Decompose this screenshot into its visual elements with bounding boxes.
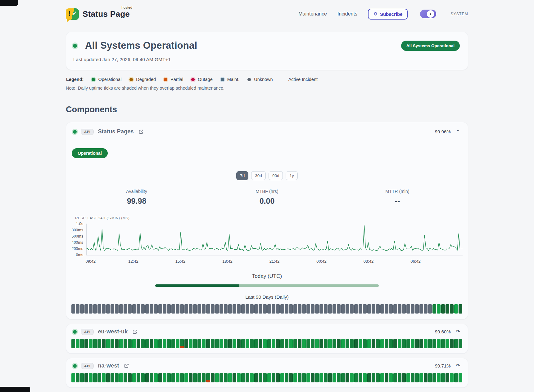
uptime-day-tick[interactable] xyxy=(319,373,323,382)
uptime-day-tick[interactable] xyxy=(376,304,380,314)
uptime-day-tick[interactable] xyxy=(84,304,88,314)
uptime-day-tick[interactable] xyxy=(176,373,179,382)
uptime-day-tick[interactable] xyxy=(437,339,441,348)
uptime-day-tick[interactable] xyxy=(315,373,319,382)
uptime-day-tick[interactable] xyxy=(354,304,358,314)
uptime-day-tick[interactable] xyxy=(193,339,197,348)
uptime-day-tick[interactable] xyxy=(158,304,162,314)
uptime-day-tick[interactable] xyxy=(76,304,79,314)
uptime-day-tick[interactable] xyxy=(202,304,206,314)
uptime-day-tick[interactable] xyxy=(450,373,454,382)
uptime-day-tick[interactable] xyxy=(84,339,88,348)
uptime-day-tick[interactable] xyxy=(97,339,101,348)
uptime-day-tick[interactable] xyxy=(259,339,262,348)
uptime-day-tick[interactable] xyxy=(319,304,323,314)
uptime-day-tick[interactable] xyxy=(306,373,310,382)
uptime-day-tick[interactable] xyxy=(359,373,362,382)
uptime-day-tick[interactable] xyxy=(337,304,341,314)
uptime-day-tick[interactable] xyxy=(167,373,171,382)
uptime-day-tick[interactable] xyxy=(106,339,110,348)
uptime-day-tick[interactable] xyxy=(171,304,175,314)
uptime-day-tick[interactable] xyxy=(398,373,401,382)
range-button-90d[interactable]: 90d xyxy=(269,171,283,180)
uptime-day-tick[interactable] xyxy=(167,304,171,314)
uptime-day-tick[interactable] xyxy=(424,304,428,314)
uptime-day-tick[interactable] xyxy=(333,339,336,348)
uptime-day-tick[interactable] xyxy=(219,373,223,382)
uptime-day-tick[interactable] xyxy=(393,304,397,314)
uptime-day-tick[interactable] xyxy=(189,304,192,314)
uptime-day-tick[interactable] xyxy=(437,373,441,382)
uptime-day-tick[interactable] xyxy=(402,304,406,314)
uptime-day-tick[interactable] xyxy=(376,373,380,382)
uptime-day-tick[interactable] xyxy=(263,339,267,348)
uptime-day-tick[interactable] xyxy=(459,304,462,314)
uptime-day-tick[interactable] xyxy=(97,373,101,382)
uptime-day-tick[interactable] xyxy=(285,339,288,348)
uptime-day-tick[interactable] xyxy=(219,304,223,314)
uptime-day-tick[interactable] xyxy=(311,304,315,314)
uptime-day-tick[interactable] xyxy=(450,339,454,348)
uptime-day-tick[interactable] xyxy=(215,339,219,348)
uptime-day-tick[interactable] xyxy=(324,373,328,382)
uptime-day-tick[interactable] xyxy=(385,304,388,314)
uptime-day-tick[interactable] xyxy=(184,373,188,382)
uptime-day-tick[interactable] xyxy=(128,339,132,348)
uptime-day-tick[interactable] xyxy=(315,339,319,348)
uptime-day-tick[interactable] xyxy=(302,339,306,348)
uptime-day-tick[interactable] xyxy=(132,339,136,348)
uptime-day-tick[interactable] xyxy=(372,373,375,382)
uptime-day-tick[interactable] xyxy=(341,339,345,348)
uptime-day-tick[interactable] xyxy=(302,304,306,314)
uptime-day-tick[interactable] xyxy=(141,304,145,314)
uptime-day-tick[interactable] xyxy=(102,373,106,382)
uptime-day-tick[interactable] xyxy=(215,304,219,314)
uptime-day-tick[interactable] xyxy=(111,339,114,348)
uptime-day-tick[interactable] xyxy=(402,339,406,348)
uptime-day-tick[interactable] xyxy=(306,339,310,348)
uptime-day-tick[interactable] xyxy=(285,304,288,314)
uptime-ticks-na-west[interactable] xyxy=(71,373,463,382)
uptime-day-tick[interactable] xyxy=(354,373,358,382)
uptime-day-tick[interactable] xyxy=(163,339,166,348)
uptime-day-tick[interactable] xyxy=(359,304,362,314)
uptime-day-tick[interactable] xyxy=(333,373,336,382)
uptime-day-tick[interactable] xyxy=(437,304,441,314)
uptime-day-tick[interactable] xyxy=(367,373,371,382)
uptime-day-tick[interactable] xyxy=(141,373,145,382)
uptime-day-tick[interactable] xyxy=(80,304,84,314)
uptime-day-tick[interactable] xyxy=(411,373,414,382)
uptime-day-tick[interactable] xyxy=(280,373,284,382)
uptime-day-tick[interactable] xyxy=(280,339,284,348)
uptime-ticks-eu-west-uk[interactable] xyxy=(71,339,463,348)
external-link-icon[interactable] xyxy=(138,129,144,134)
uptime-day-tick[interactable] xyxy=(393,373,397,382)
uptime-day-tick[interactable] xyxy=(289,339,293,348)
uptime-day-tick[interactable] xyxy=(341,304,345,314)
brand[interactable]: ! ✓ Status Page hosted xyxy=(66,8,130,20)
uptime-day-tick[interactable] xyxy=(446,339,449,348)
uptime-ticks-status-pages[interactable] xyxy=(71,304,463,314)
uptime-day-tick[interactable] xyxy=(93,304,97,314)
uptime-day-tick[interactable] xyxy=(119,304,123,314)
uptime-day-tick[interactable] xyxy=(298,373,301,382)
uptime-day-tick[interactable] xyxy=(363,373,367,382)
uptime-day-tick[interactable] xyxy=(184,339,188,348)
uptime-day-tick[interactable] xyxy=(450,304,454,314)
uptime-day-tick[interactable] xyxy=(145,339,149,348)
uptime-day-tick[interactable] xyxy=(346,339,349,348)
uptime-day-tick[interactable] xyxy=(289,373,293,382)
uptime-day-tick[interactable] xyxy=(446,304,449,314)
uptime-day-tick[interactable] xyxy=(459,373,462,382)
uptime-day-tick[interactable] xyxy=(119,339,123,348)
uptime-day-tick[interactable] xyxy=(154,339,158,348)
uptime-day-tick[interactable] xyxy=(415,339,419,348)
uptime-day-tick[interactable] xyxy=(158,373,162,382)
uptime-day-tick[interactable] xyxy=(180,304,184,314)
uptime-day-tick[interactable] xyxy=(328,339,332,348)
uptime-day-tick[interactable] xyxy=(167,339,171,348)
uptime-day-tick[interactable] xyxy=(202,339,206,348)
uptime-day-tick[interactable] xyxy=(163,304,166,314)
uptime-day-tick[interactable] xyxy=(424,339,428,348)
uptime-day-tick[interactable] xyxy=(163,373,166,382)
